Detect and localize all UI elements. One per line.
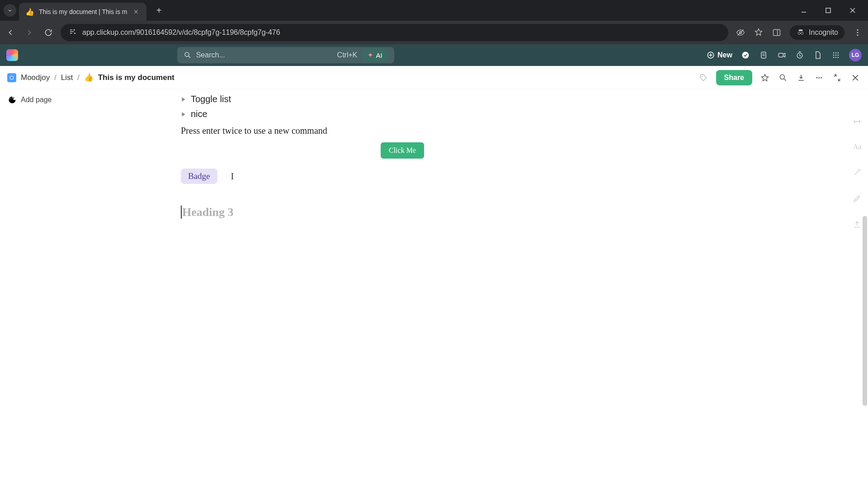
ai-button[interactable]: ✦AI: [362, 48, 388, 62]
incognito-label: Incognito: [809, 28, 838, 37]
svg-point-35: [833, 57, 835, 58]
svg-point-37: [838, 57, 839, 58]
eye-off-icon[interactable]: [736, 28, 745, 38]
tab-search-button[interactable]: [4, 4, 16, 17]
more-icon[interactable]: [814, 72, 825, 83]
typography-icon[interactable]: Aa: [853, 143, 862, 151]
toggle-list-item[interactable]: Toggle list: [181, 94, 624, 104]
search-placeholder: Search...: [196, 51, 225, 59]
ai-label: AI: [376, 52, 382, 59]
breadcrumb-list[interactable]: List: [61, 73, 73, 82]
search-doc-icon[interactable]: [778, 72, 788, 83]
hint-text: Press enter twice to use a new command: [181, 126, 624, 136]
add-page-label: Add page: [21, 96, 52, 104]
add-page-button[interactable]: Add page: [8, 96, 127, 104]
window-controls: [792, 1, 864, 19]
click-me-button[interactable]: Click Me: [381, 142, 424, 159]
svg-rect-11: [774, 29, 780, 35]
close-doc-icon[interactable]: [850, 72, 861, 83]
toggle-label: Toggle list: [191, 94, 231, 104]
width-toggle-icon[interactable]: [852, 117, 862, 127]
incognito-indicator[interactable]: Incognito: [790, 25, 844, 40]
browser-chrome: 👍 This is my document | This is m ✕ + ap…: [0, 0, 868, 44]
svg-point-17: [857, 34, 859, 36]
wand-icon[interactable]: [852, 167, 862, 177]
browser-tab[interactable]: 👍 This is my document | This is m ✕: [19, 3, 146, 21]
search-shortcut: Ctrl+K: [337, 51, 358, 59]
svg-point-31: [838, 52, 839, 54]
breadcrumb-workspace[interactable]: Moodjoy: [21, 73, 50, 82]
svg-point-43: [821, 77, 822, 78]
badge-chip[interactable]: Badge: [181, 169, 217, 184]
svg-line-40: [784, 79, 786, 80]
doc-sidebar: Add page: [0, 89, 136, 488]
svg-point-15: [857, 29, 859, 31]
close-window-button[interactable]: [841, 1, 864, 19]
svg-point-33: [835, 55, 837, 56]
check-circle-icon[interactable]: [741, 50, 750, 60]
tab-title: This is my document | This is m: [39, 8, 127, 15]
svg-point-36: [835, 57, 837, 58]
svg-point-14: [801, 32, 803, 34]
doc-content[interactable]: Toggle list nice Press enter twice to us…: [136, 89, 868, 488]
export-icon[interactable]: [852, 220, 862, 230]
back-button[interactable]: [5, 28, 15, 38]
app-header: Search... Ctrl+K ✦AI New LG: [0, 44, 868, 66]
svg-point-13: [798, 32, 800, 34]
browser-menu-icon[interactable]: [853, 28, 863, 38]
svg-rect-27: [778, 53, 783, 57]
minimize-button[interactable]: [792, 1, 816, 19]
toggle-list-item[interactable]: nice: [181, 109, 624, 119]
download-icon[interactable]: [796, 72, 807, 83]
tag-icon[interactable]: [698, 72, 709, 83]
svg-point-38: [702, 76, 703, 77]
svg-rect-1: [826, 8, 830, 13]
breadcrumb-sep: /: [77, 74, 79, 82]
grid-apps-icon[interactable]: [831, 50, 841, 60]
site-settings-icon[interactable]: [69, 28, 77, 38]
svg-point-32: [833, 55, 835, 56]
edit-icon[interactable]: [852, 193, 862, 203]
heading3-placeholder[interactable]: Heading 3: [181, 206, 624, 219]
caret-right-icon[interactable]: [181, 94, 186, 104]
svg-point-23: [742, 52, 749, 59]
video-icon[interactable]: [777, 50, 787, 60]
bookmark-star-icon[interactable]: [754, 28, 764, 38]
global-search[interactable]: Search... Ctrl+K ✦AI: [177, 47, 394, 63]
new-tab-button[interactable]: +: [152, 3, 166, 18]
share-button[interactable]: Share: [716, 70, 752, 85]
reload-button[interactable]: [43, 28, 53, 38]
doc-emoji: 👍: [84, 73, 94, 82]
user-avatar[interactable]: LG: [849, 49, 862, 61]
new-button[interactable]: New: [707, 51, 732, 59]
collapse-icon[interactable]: [832, 72, 843, 83]
svg-point-8: [74, 33, 75, 34]
app-logo[interactable]: [6, 49, 18, 61]
forward-button[interactable]: [24, 28, 34, 38]
star-icon[interactable]: [760, 72, 770, 83]
caret-right-icon[interactable]: [181, 109, 186, 119]
address-bar: app.clickup.com/9016164592/v/dc/8cpfg7g-…: [0, 21, 868, 44]
doc-icon[interactable]: [813, 50, 823, 60]
svg-point-39: [780, 75, 784, 79]
breadcrumb-doc-title[interactable]: This is my document: [98, 73, 175, 82]
text-cursor: I: [231, 171, 234, 182]
body-area: Add page Toggle list nice Press enter tw…: [0, 89, 868, 488]
new-label: New: [717, 51, 732, 59]
side-panel-icon[interactable]: [772, 28, 782, 38]
right-rail: Aa: [846, 117, 868, 230]
tab-close-icon[interactable]: ✕: [132, 8, 140, 16]
maximize-button[interactable]: [816, 1, 840, 19]
svg-point-42: [819, 77, 820, 78]
svg-point-18: [185, 52, 189, 56]
doc-header: Moodjoy / List / 👍 This is my document S…: [0, 66, 868, 89]
notepad-icon[interactable]: [759, 50, 769, 60]
svg-rect-5: [70, 31, 74, 32]
workspace-icon[interactable]: [7, 73, 16, 82]
svg-point-30: [835, 52, 837, 54]
clock-icon[interactable]: [795, 50, 805, 60]
svg-point-34: [838, 55, 839, 56]
scrollbar[interactable]: [863, 216, 867, 406]
url-field[interactable]: app.clickup.com/9016164592/v/dc/8cpfg7g-…: [61, 24, 728, 41]
svg-point-16: [857, 32, 859, 33]
